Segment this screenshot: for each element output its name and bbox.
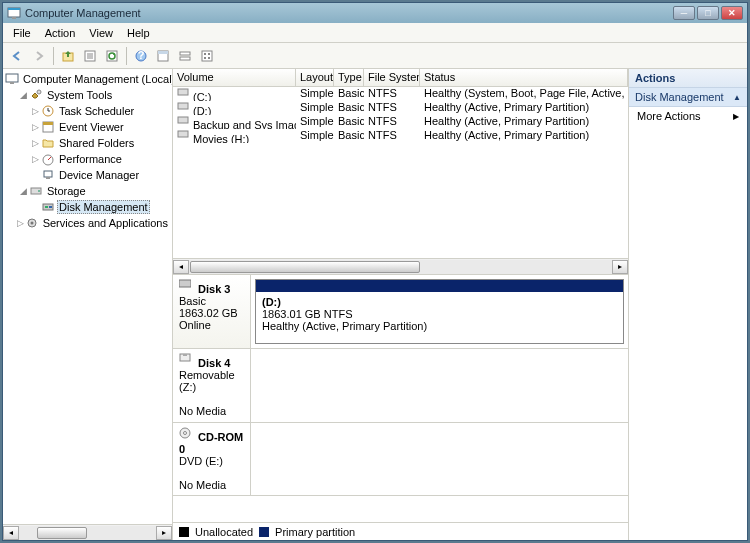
services-icon: [25, 216, 39, 230]
disk-meta: CD-ROM 0 DVD (E:) No Media: [173, 423, 251, 495]
maximize-button[interactable]: □: [697, 6, 719, 20]
collapse-arrow-icon: ▲: [733, 93, 741, 102]
col-layout[interactable]: Layout: [296, 69, 334, 86]
menu-help[interactable]: Help: [121, 25, 156, 41]
disk-state: Online: [179, 319, 211, 331]
window-title: Computer Management: [25, 7, 141, 19]
disk-type: Removable (Z:): [179, 369, 235, 393]
svg-rect-28: [43, 122, 53, 125]
svg-rect-22: [10, 82, 14, 84]
disk-type: Basic: [179, 295, 206, 307]
storage-icon: [29, 184, 43, 198]
back-button[interactable]: [7, 46, 27, 66]
event-icon: [41, 120, 55, 134]
legend-label-primary: Primary partition: [275, 526, 355, 538]
column-headers: Volume Layout Type File System Status: [173, 69, 628, 87]
tree-system-tools[interactable]: ◢System Tools: [5, 87, 170, 103]
svg-rect-17: [204, 53, 206, 55]
expand-icon[interactable]: ▷: [29, 138, 41, 148]
tree-task-scheduler[interactable]: ▷Task Scheduler: [5, 103, 170, 119]
tree-hscrollbar[interactable]: ◂ ▸: [3, 524, 172, 540]
col-filesystem[interactable]: File System: [364, 69, 420, 86]
volume-row[interactable]: Movies (H:) SimpleBasicNTFSHealthy (Acti…: [173, 129, 628, 143]
scroll-left-button[interactable]: ◂: [3, 526, 19, 540]
tree-root[interactable]: Computer Management (Local): [5, 71, 170, 87]
expand-icon[interactable]: ▷: [17, 218, 25, 228]
svg-rect-31: [44, 171, 52, 177]
scroll-thumb[interactable]: [190, 261, 420, 273]
volume-row[interactable]: (D:) SimpleBasicNTFSHealthy (Active, Pri…: [173, 101, 628, 115]
tree-shared-folders[interactable]: ▷Shared Folders: [5, 135, 170, 151]
menu-view[interactable]: View: [83, 25, 119, 41]
svg-point-39: [30, 222, 33, 225]
collapse-icon[interactable]: ◢: [17, 186, 29, 196]
volume-row[interactable]: (C:) SimpleBasicNTFSHealthy (System, Boo…: [173, 87, 628, 101]
menu-file[interactable]: File: [7, 25, 37, 41]
disk-meta: Disk 4 Removable (Z:) No Media: [173, 349, 251, 422]
tree-storage[interactable]: ◢Storage: [5, 183, 170, 199]
tree-disk-management[interactable]: Disk Management: [5, 199, 170, 215]
volume-row[interactable]: Backup and Sys Image (F:) SimpleBasicNTF…: [173, 115, 628, 129]
toolbar: ?: [3, 43, 747, 69]
help-button[interactable]: ?: [131, 46, 151, 66]
scroll-thumb[interactable]: [37, 527, 87, 539]
computer-icon: [5, 72, 19, 86]
expand-icon[interactable]: ▷: [29, 106, 41, 116]
legend-swatch-primary: [259, 527, 269, 537]
device-icon: [41, 168, 55, 182]
disk-mgmt-icon: [41, 200, 55, 214]
disk-row[interactable]: Disk 4 Removable (Z:) No Media: [173, 349, 628, 423]
separator: [53, 47, 54, 65]
tree-services-apps[interactable]: ▷Services and Applications: [5, 215, 170, 231]
properties-button[interactable]: [80, 46, 100, 66]
actions-header: Actions: [629, 69, 747, 88]
collapse-icon[interactable]: ◢: [17, 90, 29, 100]
col-volume[interactable]: Volume: [173, 69, 296, 86]
svg-rect-41: [178, 103, 188, 109]
tree-device-manager[interactable]: Device Manager: [5, 167, 170, 183]
tree-performance[interactable]: ▷Performance: [5, 151, 170, 167]
svg-rect-40: [178, 89, 188, 95]
expand-icon[interactable]: ▷: [29, 154, 41, 164]
clock-icon: [41, 104, 55, 118]
svg-rect-15: [180, 57, 190, 60]
svg-point-48: [184, 432, 187, 435]
svg-rect-21: [6, 74, 18, 82]
partition-header-bar: [256, 280, 623, 292]
action-more[interactable]: More Actions ▶: [629, 107, 747, 125]
scroll-left-button[interactable]: ◂: [173, 260, 189, 274]
view-graphic-button[interactable]: [175, 46, 195, 66]
refresh-button[interactable]: [102, 46, 122, 66]
expand-icon[interactable]: ▷: [29, 122, 41, 132]
forward-button[interactable]: [29, 46, 49, 66]
disk-title: Disk 3: [198, 283, 230, 295]
svg-rect-32: [46, 177, 50, 179]
disk-title: Disk 4: [198, 357, 230, 369]
disk-row[interactable]: CD-ROM 0 DVD (E:) No Media: [173, 423, 628, 496]
tree-event-viewer[interactable]: ▷Event Viewer: [5, 119, 170, 135]
svg-rect-46: [183, 354, 187, 356]
actions-section[interactable]: Disk Management ▲: [629, 88, 747, 107]
partition[interactable]: (D:) 1863.01 GB NTFS Healthy (Active, Pr…: [255, 279, 624, 344]
menu-action[interactable]: Action: [39, 25, 82, 41]
volume-list: Volume Layout Type File System Status (C…: [173, 69, 628, 275]
col-type[interactable]: Type: [334, 69, 364, 86]
content-pane: Volume Layout Type File System Status (C…: [173, 69, 629, 540]
minimize-button[interactable]: ─: [673, 6, 695, 20]
col-status[interactable]: Status: [420, 69, 628, 86]
scroll-right-button[interactable]: ▸: [156, 526, 172, 540]
partition-name: (D:): [262, 296, 281, 308]
svg-rect-37: [49, 206, 52, 208]
up-button[interactable]: [58, 46, 78, 66]
disk-row[interactable]: Disk 3 Basic 1863.02 GB Online (D:) 1863…: [173, 275, 628, 349]
view-list-button[interactable]: [153, 46, 173, 66]
close-button[interactable]: ✕: [721, 6, 743, 20]
settings-button[interactable]: [197, 46, 217, 66]
app-window: Computer Management ─ □ ✕ File Action Vi…: [2, 2, 748, 541]
volumes-hscrollbar[interactable]: ◂ ▸: [173, 258, 628, 274]
drive-icon: [177, 129, 191, 143]
drive-icon: [177, 115, 191, 129]
titlebar[interactable]: Computer Management ─ □ ✕: [3, 3, 747, 23]
scroll-right-button[interactable]: ▸: [612, 260, 628, 274]
legend: Unallocated Primary partition: [173, 522, 628, 540]
